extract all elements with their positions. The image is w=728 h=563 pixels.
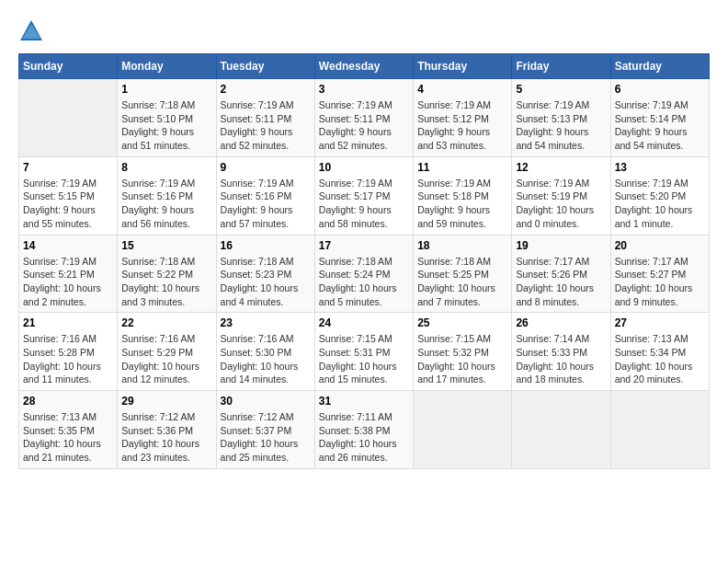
calendar-cell <box>414 391 512 469</box>
calendar-cell: 7Sunrise: 7:19 AM Sunset: 5:15 PM Daylig… <box>19 156 118 235</box>
week-row-1: 1Sunrise: 7:18 AM Sunset: 5:10 PM Daylig… <box>19 79 710 157</box>
day-number: 31 <box>319 395 409 408</box>
header-row: SundayMondayTuesdayWednesdayThursdayFrid… <box>19 54 710 79</box>
calendar-cell: 30Sunrise: 7:12 AM Sunset: 5:37 PM Dayli… <box>216 391 314 469</box>
calendar-cell: 16Sunrise: 7:18 AM Sunset: 5:23 PM Dayli… <box>216 235 314 313</box>
day-number: 25 <box>417 316 507 329</box>
day-info: Sunrise: 7:19 AM Sunset: 5:16 PM Dayligh… <box>121 177 211 231</box>
day-info: Sunrise: 7:17 AM Sunset: 5:26 PM Dayligh… <box>516 255 606 309</box>
day-info: Sunrise: 7:19 AM Sunset: 5:16 PM Dayligh… <box>221 177 311 231</box>
day-number: 20 <box>615 239 705 252</box>
calendar-cell: 24Sunrise: 7:15 AM Sunset: 5:31 PM Dayli… <box>314 313 413 391</box>
day-number: 28 <box>23 395 113 408</box>
calendar-cell: 1Sunrise: 7:18 AM Sunset: 5:10 PM Daylig… <box>118 79 216 157</box>
day-info: Sunrise: 7:18 AM Sunset: 5:10 PM Dayligh… <box>121 98 211 153</box>
logo <box>18 18 48 44</box>
day-info: Sunrise: 7:19 AM Sunset: 5:14 PM Dayligh… <box>615 98 705 153</box>
calendar-cell: 21Sunrise: 7:16 AM Sunset: 5:28 PM Dayli… <box>19 313 118 391</box>
day-info: Sunrise: 7:12 AM Sunset: 5:37 PM Dayligh… <box>221 410 311 465</box>
calendar-cell: 23Sunrise: 7:16 AM Sunset: 5:30 PM Dayli… <box>216 313 314 391</box>
day-header-friday: Friday <box>512 54 610 79</box>
calendar-cell: 25Sunrise: 7:15 AM Sunset: 5:32 PM Dayli… <box>414 313 512 391</box>
day-info: Sunrise: 7:19 AM Sunset: 5:15 PM Dayligh… <box>23 177 113 231</box>
day-info: Sunrise: 7:14 AM Sunset: 5:33 PM Dayligh… <box>516 332 606 386</box>
calendar-cell: 10Sunrise: 7:19 AM Sunset: 5:17 PM Dayli… <box>314 156 413 235</box>
day-number: 2 <box>221 83 311 96</box>
calendar-cell: 5Sunrise: 7:19 AM Sunset: 5:13 PM Daylig… <box>512 79 610 157</box>
day-number: 13 <box>615 161 705 174</box>
day-number: 8 <box>121 161 211 174</box>
calendar-cell: 31Sunrise: 7:11 AM Sunset: 5:38 PM Dayli… <box>314 391 413 469</box>
page-header <box>18 18 710 44</box>
week-row-4: 21Sunrise: 7:16 AM Sunset: 5:28 PM Dayli… <box>19 313 710 391</box>
week-row-2: 7Sunrise: 7:19 AM Sunset: 5:15 PM Daylig… <box>19 156 710 235</box>
day-info: Sunrise: 7:15 AM Sunset: 5:31 PM Dayligh… <box>319 332 409 386</box>
day-number: 23 <box>221 316 311 329</box>
calendar-cell: 19Sunrise: 7:17 AM Sunset: 5:26 PM Dayli… <box>512 235 610 313</box>
day-header-sunday: Sunday <box>19 54 118 79</box>
day-number: 5 <box>516 83 606 96</box>
day-info: Sunrise: 7:16 AM Sunset: 5:30 PM Dayligh… <box>221 332 311 386</box>
day-number: 9 <box>221 161 311 174</box>
week-row-3: 14Sunrise: 7:19 AM Sunset: 5:21 PM Dayli… <box>19 235 710 313</box>
day-info: Sunrise: 7:11 AM Sunset: 5:38 PM Dayligh… <box>319 410 409 465</box>
day-info: Sunrise: 7:16 AM Sunset: 5:29 PM Dayligh… <box>121 332 211 386</box>
calendar-cell: 26Sunrise: 7:14 AM Sunset: 5:33 PM Dayli… <box>512 313 610 391</box>
day-info: Sunrise: 7:19 AM Sunset: 5:21 PM Dayligh… <box>23 255 113 309</box>
calendar-cell: 14Sunrise: 7:19 AM Sunset: 5:21 PM Dayli… <box>19 235 118 313</box>
calendar-cell: 29Sunrise: 7:12 AM Sunset: 5:36 PM Dayli… <box>118 391 216 469</box>
day-number: 29 <box>121 395 211 408</box>
day-number: 1 <box>121 83 211 96</box>
day-info: Sunrise: 7:19 AM Sunset: 5:12 PM Dayligh… <box>417 98 507 153</box>
logo-icon <box>18 18 44 44</box>
day-number: 30 <box>221 395 311 408</box>
day-number: 4 <box>417 83 507 96</box>
day-info: Sunrise: 7:19 AM Sunset: 5:19 PM Dayligh… <box>516 177 606 231</box>
day-number: 7 <box>23 161 113 174</box>
day-info: Sunrise: 7:12 AM Sunset: 5:36 PM Dayligh… <box>121 410 211 465</box>
day-header-wednesday: Wednesday <box>314 54 413 79</box>
day-info: Sunrise: 7:19 AM Sunset: 5:18 PM Dayligh… <box>417 177 507 231</box>
day-info: Sunrise: 7:15 AM Sunset: 5:32 PM Dayligh… <box>417 332 507 386</box>
day-info: Sunrise: 7:19 AM Sunset: 5:13 PM Dayligh… <box>516 98 606 153</box>
calendar-cell <box>19 79 118 157</box>
calendar-cell: 28Sunrise: 7:13 AM Sunset: 5:35 PM Dayli… <box>19 391 118 469</box>
day-info: Sunrise: 7:19 AM Sunset: 5:11 PM Dayligh… <box>221 98 311 153</box>
calendar-cell: 20Sunrise: 7:17 AM Sunset: 5:27 PM Dayli… <box>610 235 709 313</box>
day-number: 19 <box>516 239 606 252</box>
calendar-cell: 3Sunrise: 7:19 AM Sunset: 5:11 PM Daylig… <box>314 79 413 157</box>
day-header-saturday: Saturday <box>610 54 709 79</box>
day-number: 12 <box>516 161 606 174</box>
calendar-cell: 18Sunrise: 7:18 AM Sunset: 5:25 PM Dayli… <box>414 235 512 313</box>
day-number: 15 <box>121 239 211 252</box>
day-info: Sunrise: 7:18 AM Sunset: 5:23 PM Dayligh… <box>221 255 311 309</box>
day-number: 11 <box>417 161 507 174</box>
day-info: Sunrise: 7:19 AM Sunset: 5:17 PM Dayligh… <box>319 177 409 231</box>
week-row-5: 28Sunrise: 7:13 AM Sunset: 5:35 PM Dayli… <box>19 391 710 469</box>
day-info: Sunrise: 7:13 AM Sunset: 5:35 PM Dayligh… <box>23 410 113 465</box>
calendar-cell: 13Sunrise: 7:19 AM Sunset: 5:20 PM Dayli… <box>610 156 709 235</box>
day-info: Sunrise: 7:18 AM Sunset: 5:22 PM Dayligh… <box>121 255 211 309</box>
calendar-cell: 6Sunrise: 7:19 AM Sunset: 5:14 PM Daylig… <box>610 79 709 157</box>
calendar-table: SundayMondayTuesdayWednesdayThursdayFrid… <box>18 53 710 469</box>
calendar-cell: 9Sunrise: 7:19 AM Sunset: 5:16 PM Daylig… <box>216 156 314 235</box>
day-info: Sunrise: 7:17 AM Sunset: 5:27 PM Dayligh… <box>615 255 705 309</box>
day-number: 27 <box>615 316 705 329</box>
calendar-cell <box>512 391 610 469</box>
day-number: 10 <box>319 161 409 174</box>
calendar-cell: 8Sunrise: 7:19 AM Sunset: 5:16 PM Daylig… <box>118 156 216 235</box>
day-number: 17 <box>319 239 409 252</box>
day-number: 24 <box>319 316 409 329</box>
calendar-cell: 17Sunrise: 7:18 AM Sunset: 5:24 PM Dayli… <box>314 235 413 313</box>
day-header-thursday: Thursday <box>414 54 512 79</box>
day-info: Sunrise: 7:18 AM Sunset: 5:25 PM Dayligh… <box>417 255 507 309</box>
calendar-cell: 12Sunrise: 7:19 AM Sunset: 5:19 PM Dayli… <box>512 156 610 235</box>
day-number: 6 <box>615 83 705 96</box>
calendar-cell: 15Sunrise: 7:18 AM Sunset: 5:22 PM Dayli… <box>118 235 216 313</box>
day-number: 14 <box>23 239 113 252</box>
day-number: 16 <box>221 239 311 252</box>
day-info: Sunrise: 7:16 AM Sunset: 5:28 PM Dayligh… <box>23 332 113 386</box>
day-info: Sunrise: 7:18 AM Sunset: 5:24 PM Dayligh… <box>319 255 409 309</box>
svg-marker-1 <box>22 24 40 39</box>
day-header-tuesday: Tuesday <box>216 54 314 79</box>
